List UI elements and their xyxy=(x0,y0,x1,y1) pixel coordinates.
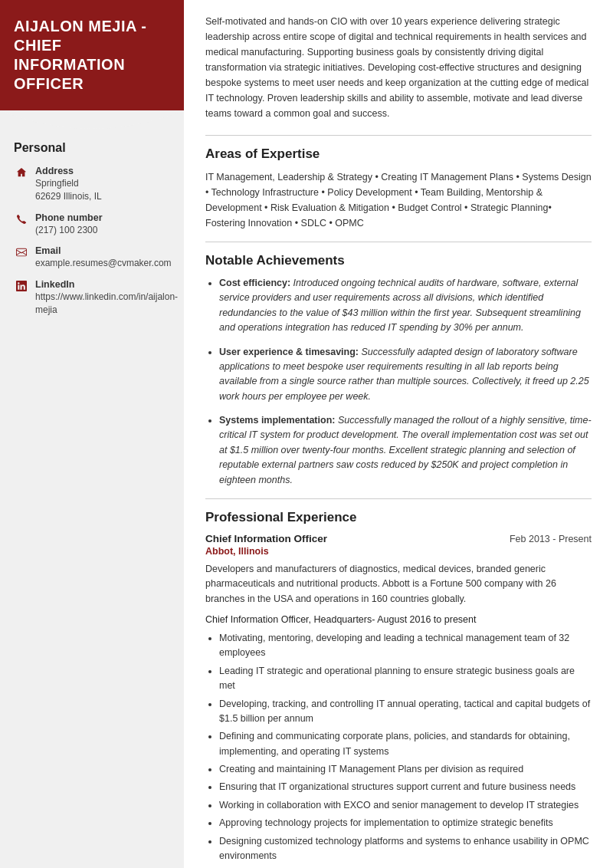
email-value: example.resumes@cvmaker.com xyxy=(35,257,172,270)
candidate-name-title: AIJALON MEJIA - CHIEF INFORMATION OFFICE… xyxy=(14,17,170,94)
personal-section: Personal Address Springfield62629 Illino… xyxy=(0,127,184,317)
sub-role-title-0: Chief Information Officer, Headquarters xyxy=(205,614,372,625)
list-item: Ensuring that IT organizational structur… xyxy=(219,780,592,794)
experience-title: Professional Experience xyxy=(205,510,592,525)
sub-role-date-0: - August 2016 to present xyxy=(372,614,476,625)
divider-2 xyxy=(205,242,592,242)
phone-item: Phone number (217) 100 2300 xyxy=(14,212,170,237)
linkedin-icon xyxy=(14,281,29,291)
email-item: Email example.resumes@cvmaker.com xyxy=(14,245,170,270)
job-entry-0: Chief Information Officer Feb 2013 - Pre… xyxy=(205,533,592,868)
list-item: User experience & timesaving: Successful… xyxy=(219,345,592,405)
list-item: Approving technology projects for implem… xyxy=(219,816,592,830)
achievement-label-0: Cost efficiency: xyxy=(219,278,290,288)
personal-section-title: Personal xyxy=(14,141,170,155)
linkedin-content: LinkedIn https://www.linkedin.com/in/aij… xyxy=(35,279,178,317)
summary-paragraph: Self-motivated and hands-on CIO with ove… xyxy=(205,14,592,121)
achievements-section: Notable Achievements Cost efficiency: In… xyxy=(205,253,592,488)
expertise-section: Areas of Expertise IT Management, Leader… xyxy=(205,146,592,231)
job-location-0: Abbot, Illinois xyxy=(205,546,592,557)
phone-content: Phone number (217) 100 2300 xyxy=(35,212,103,237)
linkedin-value: https://www.linkedin.com/in/aijalon-meji… xyxy=(35,291,178,317)
job-header-0: Chief Information Officer Feb 2013 - Pre… xyxy=(205,533,592,544)
phone-icon xyxy=(14,214,29,225)
sidebar-header: AIJALON MEJIA - CHIEF INFORMATION OFFICE… xyxy=(0,0,184,110)
achievement-label-1: User experience & timesaving: xyxy=(219,347,359,357)
home-icon xyxy=(14,167,29,178)
divider-3 xyxy=(205,498,592,499)
phone-value: (217) 100 2300 xyxy=(35,224,103,237)
achievements-title: Notable Achievements xyxy=(205,253,592,268)
list-item: Systems implementation: Successfully man… xyxy=(219,413,592,488)
address-label: Address xyxy=(35,166,102,176)
address-item: Address Springfield62629 Illinois, IL xyxy=(14,166,170,203)
achievement-label-2: Systems implementation: xyxy=(219,415,335,426)
address-value: Springfield62629 Illinois, IL xyxy=(35,177,102,203)
expertise-title: Areas of Expertise xyxy=(205,146,592,162)
header-curve-decoration xyxy=(0,110,184,135)
phone-label: Phone number xyxy=(35,212,103,223)
email-label: Email xyxy=(35,245,172,256)
address-content: Address Springfield62629 Illinois, IL xyxy=(35,166,102,203)
job-description-0: Developers and manufacturers of diagnost… xyxy=(205,562,592,607)
expertise-content: IT Management, Leadership & Strategy • C… xyxy=(205,169,592,231)
linkedin-label: LinkedIn xyxy=(35,279,178,290)
linkedin-item: LinkedIn https://www.linkedin.com/in/aij… xyxy=(14,279,170,317)
job-bullets-0: Motivating, mentoring, developing and le… xyxy=(205,631,592,868)
list-item: Cost efficiency: Introduced ongoing tech… xyxy=(219,276,592,336)
sidebar: AIJALON MEJIA - CHIEF INFORMATION OFFICE… xyxy=(0,0,184,868)
resume-page: AIJALON MEJIA - CHIEF INFORMATION OFFICE… xyxy=(0,0,613,868)
list-item: Motivating, mentoring, developing and le… xyxy=(219,631,592,661)
list-item: Leading IT strategic and operational pla… xyxy=(219,664,592,694)
achievements-list: Cost efficiency: Introduced ongoing tech… xyxy=(205,276,592,488)
job-title-0: Chief Information Officer xyxy=(205,533,327,544)
list-item: Developing, tracking, and controlling IT… xyxy=(219,697,592,727)
divider-1 xyxy=(205,135,592,136)
email-content: Email example.resumes@cvmaker.com xyxy=(35,245,172,270)
experience-section: Professional Experience Chief Informatio… xyxy=(205,510,592,868)
list-item: Creating and maintaining IT Management P… xyxy=(219,762,592,777)
job-date-0: Feb 2013 - Present xyxy=(510,534,592,544)
sub-role-0: Chief Information Officer, Headquarters-… xyxy=(205,614,592,625)
list-item: Working in collaboration with EXCO and s… xyxy=(219,798,592,813)
list-item: Designing customized technology platform… xyxy=(219,834,592,864)
email-icon xyxy=(14,247,29,258)
list-item: Defining and communicating corporate pla… xyxy=(219,729,592,759)
main-content: Self-motivated and hands-on CIO with ove… xyxy=(184,0,613,868)
